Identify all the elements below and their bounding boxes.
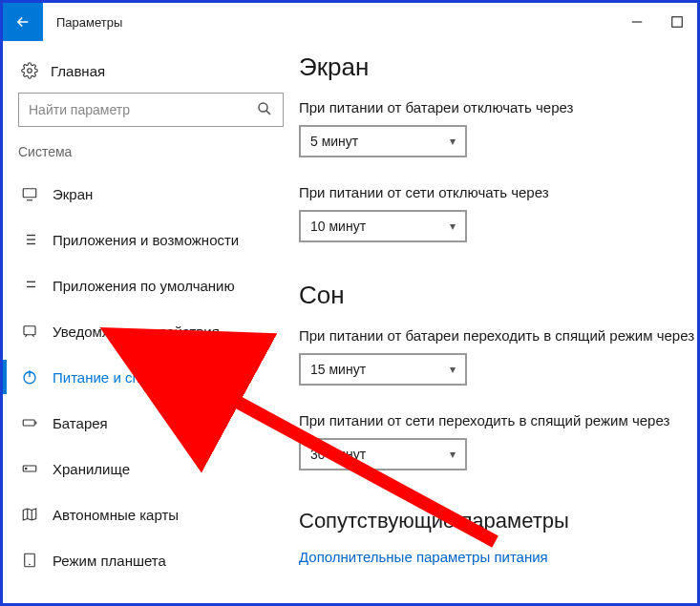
svg-line-4: [266, 110, 270, 114]
map-icon: [18, 506, 41, 523]
arrow-left-icon: [14, 13, 32, 31]
search-input[interactable]: Найти параметр: [18, 93, 284, 127]
sidebar-item-label: Экран: [53, 186, 93, 202]
sidebar: Главная Найти параметр Система Экран При…: [3, 41, 299, 603]
sidebar-item-label: Питание и спящий режим: [53, 369, 223, 386]
chevron-down-icon: ▾: [450, 135, 456, 148]
dropdown-ac-sleep[interactable]: 30 минут ▾: [299, 438, 467, 470]
window-controls: [617, 3, 697, 41]
title-bar: Параметры: [3, 3, 697, 41]
sidebar-item-label: Режим планшета: [53, 553, 166, 569]
dropdown-ac-off[interactable]: 10 минут ▾: [299, 210, 467, 242]
monitor-icon: [18, 185, 41, 202]
sidebar-item-default-apps[interactable]: Приложения по умолчанию: [3, 262, 299, 308]
label-battery-off: При питании от батареи отключать через: [299, 99, 697, 115]
sidebar-item-label: Автономные карты: [53, 507, 179, 523]
gear-icon: [18, 62, 41, 79]
dropdown-value: 10 минут: [310, 219, 366, 234]
main-pane: Экран При питании от батареи отключать ч…: [299, 41, 697, 603]
back-button[interactable]: [3, 3, 43, 41]
sidebar-item-tablet-mode[interactable]: Режим планшета: [3, 537, 299, 583]
category-title: Система: [3, 140, 299, 171]
list-icon: [18, 231, 41, 248]
additional-power-link[interactable]: Дополнительные параметры питания: [299, 549, 697, 565]
sidebar-item-label: Батарея: [53, 415, 108, 431]
dropdown-value: 5 минут: [310, 134, 358, 149]
notification-icon: [18, 323, 41, 340]
sidebar-item-power-sleep[interactable]: Питание и спящий режим: [3, 354, 299, 400]
chevron-down-icon: ▾: [450, 363, 456, 376]
sidebar-item-label: Хранилище: [53, 461, 130, 477]
sidebar-item-label: Уведомления и действия: [53, 324, 220, 340]
tablet-icon: [18, 552, 41, 569]
svg-rect-17: [24, 326, 35, 335]
nav-list: Экран Приложения и возможности Приложени…: [3, 171, 299, 583]
dropdown-value: 15 минут: [310, 362, 366, 377]
related-title: Сопутствующие параметры: [299, 509, 697, 533]
search-placeholder: Найти параметр: [29, 102, 130, 117]
search-icon: [256, 100, 273, 120]
dropdown-value: 30 минут: [310, 447, 366, 462]
minimize-icon: [628, 13, 646, 31]
dropdown-battery-sleep[interactable]: 15 минут ▾: [299, 353, 467, 386]
home-label: Главная: [51, 63, 105, 79]
chevron-down-icon: ▾: [450, 219, 456, 233]
svg-rect-20: [23, 420, 34, 426]
label-battery-sleep: При питании от батареи переходить в спящ…: [299, 327, 697, 344]
label-ac-sleep: При питании от сети переходить в спящий …: [299, 412, 697, 428]
svg-point-3: [259, 103, 267, 112]
sidebar-item-apps-features[interactable]: Приложения и возможности: [3, 217, 299, 262]
sidebar-item-battery[interactable]: Батарея: [3, 400, 299, 446]
svg-point-23: [26, 468, 28, 470]
minimize-button[interactable]: [617, 13, 657, 31]
dropdown-battery-off[interactable]: 5 минут ▾: [299, 125, 467, 157]
section-title-screen: Экран: [299, 52, 697, 82]
sidebar-item-notifications[interactable]: Уведомления и действия: [3, 308, 299, 354]
sidebar-item-storage[interactable]: Хранилище: [3, 446, 299, 491]
svg-rect-5: [23, 189, 36, 198]
maximize-icon: [668, 13, 686, 31]
storage-icon: [18, 460, 41, 477]
chevron-down-icon: ▾: [450, 448, 456, 461]
label-ac-off: При питании от сети отключать через: [299, 184, 697, 200]
defaults-icon: [18, 277, 41, 294]
window-title: Параметры: [56, 15, 122, 30]
section-title-sleep: Сон: [299, 281, 697, 310]
maximize-button[interactable]: [657, 13, 697, 31]
battery-icon: [18, 414, 41, 431]
svg-rect-1: [672, 17, 683, 28]
sidebar-item-label: Приложения по умолчанию: [53, 278, 235, 294]
power-icon: [18, 368, 41, 386]
sidebar-item-display[interactable]: Экран: [3, 171, 299, 217]
svg-point-2: [28, 69, 32, 73]
sidebar-item-offline-maps[interactable]: Автономные карты: [3, 491, 299, 537]
home-row[interactable]: Главная: [3, 56, 299, 93]
sidebar-item-label: Приложения и возможности: [53, 232, 239, 248]
